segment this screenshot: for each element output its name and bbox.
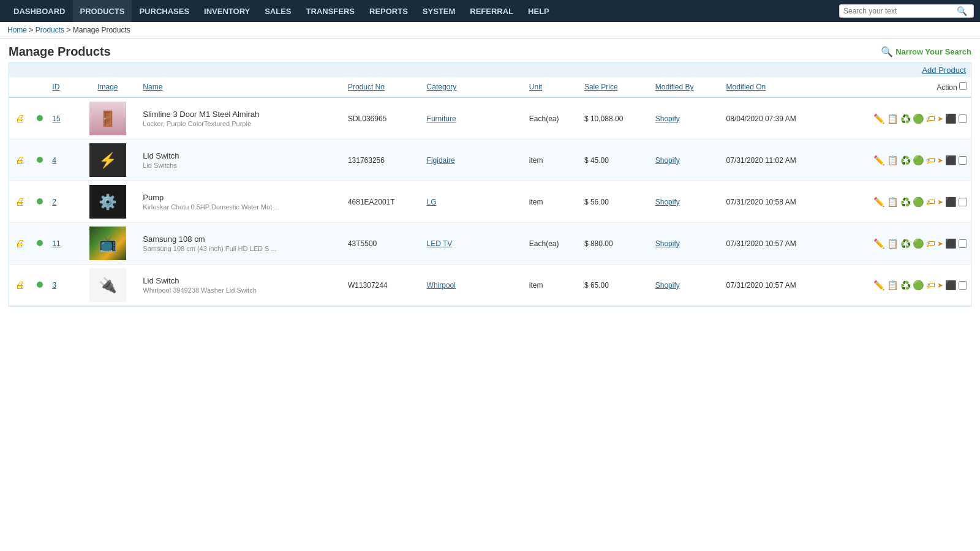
recycle-icon[interactable]: ♻️ bbox=[900, 239, 911, 249]
col-sale-price[interactable]: Sale Price bbox=[581, 77, 652, 97]
row-status-dot bbox=[31, 97, 48, 140]
row-category[interactable]: Furniture bbox=[423, 97, 526, 140]
row-checkbox[interactable] bbox=[959, 114, 967, 123]
nav-products[interactable]: PRODUCTS bbox=[73, 0, 132, 22]
nav-transfers[interactable]: TRANSFERS bbox=[299, 0, 362, 22]
row-unit: item bbox=[526, 140, 581, 181]
transfer-icon[interactable]: ➤ bbox=[937, 198, 943, 206]
recycle-icon[interactable]: ♻️ bbox=[900, 156, 911, 165]
edit-icon[interactable]: ✏️ bbox=[873, 238, 885, 249]
copy-icon[interactable]: 📋 bbox=[887, 197, 899, 208]
row-product-no: 131763256 bbox=[344, 140, 423, 181]
row-sale-price: $ 880.00 bbox=[581, 223, 652, 264]
nav-purchases[interactable]: PURCHASES bbox=[132, 0, 197, 22]
row-print-icon[interactable]: 🖨 bbox=[9, 97, 31, 140]
transfer-icon[interactable]: ➤ bbox=[937, 281, 943, 290]
breadcrumb-products[interactable]: Products bbox=[36, 26, 64, 34]
row-id[interactable]: 3 bbox=[48, 264, 76, 306]
nav-system[interactable]: SYSTEM bbox=[415, 0, 462, 22]
more-icon[interactable]: ⬛ bbox=[945, 113, 957, 124]
row-id[interactable]: 2 bbox=[48, 181, 76, 223]
narrow-search-label: Narrow Your Search bbox=[895, 47, 971, 56]
nav-sales[interactable]: SALES bbox=[257, 0, 298, 22]
select-all-checkbox[interactable] bbox=[959, 82, 967, 90]
row-sale-price: $ 10,088.00 bbox=[581, 97, 652, 140]
transfer-icon[interactable]: ➤ bbox=[937, 114, 943, 123]
col-print bbox=[9, 77, 31, 97]
activate-icon[interactable]: 🟢 bbox=[913, 197, 924, 208]
transfer-icon[interactable]: ➤ bbox=[937, 239, 943, 248]
more-icon[interactable]: ⬛ bbox=[945, 280, 957, 291]
search-icon: 🔍 bbox=[957, 6, 967, 16]
tag-icon[interactable]: 🏷 bbox=[926, 197, 935, 207]
col-category[interactable]: Category bbox=[423, 77, 526, 97]
more-icon[interactable]: ⬛ bbox=[945, 238, 957, 249]
page-header: Manage Products 🔍 Narrow Your Search bbox=[0, 39, 980, 62]
col-modified-on[interactable]: Modified On bbox=[723, 77, 841, 97]
more-icon[interactable]: ⬛ bbox=[945, 155, 957, 166]
tag-icon[interactable]: 🏷 bbox=[926, 238, 935, 249]
col-action: Action bbox=[841, 77, 971, 97]
edit-icon[interactable]: ✏️ bbox=[873, 280, 885, 291]
transfer-icon[interactable]: ➤ bbox=[937, 156, 943, 165]
row-unit: item bbox=[526, 181, 581, 223]
nav-help[interactable]: HELP bbox=[521, 0, 557, 22]
row-id[interactable]: 11 bbox=[48, 223, 76, 264]
recycle-icon[interactable]: ♻️ bbox=[900, 114, 911, 124]
copy-icon[interactable]: 📋 bbox=[887, 238, 899, 249]
nav-reports[interactable]: REPORTS bbox=[362, 0, 415, 22]
row-checkbox[interactable] bbox=[959, 198, 967, 206]
nav-referral[interactable]: REFERRAL bbox=[462, 0, 521, 22]
col-unit[interactable]: Unit bbox=[526, 77, 581, 97]
breadcrumb-home[interactable]: Home bbox=[7, 26, 27, 34]
recycle-icon[interactable]: ♻️ bbox=[900, 197, 911, 207]
narrow-your-search-button[interactable]: 🔍 Narrow Your Search bbox=[881, 46, 971, 58]
row-print-icon[interactable]: 🖨 bbox=[9, 181, 31, 223]
col-id[interactable]: ID bbox=[48, 77, 76, 97]
row-modified-by[interactable]: Shopify bbox=[652, 181, 723, 223]
activate-icon[interactable]: 🟢 bbox=[913, 113, 924, 124]
row-actions: ✏️ 📋 ♻️ 🟢 🏷 ➤ ⬛ bbox=[841, 140, 971, 181]
copy-icon[interactable]: 📋 bbox=[887, 280, 899, 291]
edit-icon[interactable]: ✏️ bbox=[873, 197, 885, 208]
row-print-icon[interactable]: 🖨 bbox=[9, 223, 31, 264]
nav-dashboard[interactable]: DASHBOARD bbox=[6, 0, 73, 22]
activate-icon[interactable]: 🟢 bbox=[913, 238, 924, 249]
row-category[interactable]: Whirpool bbox=[423, 264, 526, 306]
copy-icon[interactable]: 📋 bbox=[887, 155, 899, 166]
row-status-dot bbox=[31, 181, 48, 223]
tag-icon[interactable]: 🏷 bbox=[926, 113, 935, 124]
row-category[interactable]: LG bbox=[423, 181, 526, 223]
activate-icon[interactable]: 🟢 bbox=[913, 155, 924, 166]
row-id[interactable]: 4 bbox=[48, 140, 76, 181]
row-modified-by[interactable]: Shopify bbox=[652, 140, 723, 181]
tag-icon[interactable]: 🏷 bbox=[926, 280, 935, 290]
row-category[interactable]: LED TV bbox=[423, 223, 526, 264]
copy-icon[interactable]: 📋 bbox=[887, 113, 899, 124]
row-modified-by[interactable]: Shopify bbox=[652, 223, 723, 264]
row-modified-on: 07/31/2020 10:57 AM bbox=[723, 264, 841, 306]
row-checkbox[interactable] bbox=[959, 281, 967, 290]
col-image[interactable]: Image bbox=[76, 77, 139, 97]
more-icon[interactable]: ⬛ bbox=[945, 197, 957, 208]
row-checkbox[interactable] bbox=[959, 156, 967, 165]
edit-icon[interactable]: ✏️ bbox=[873, 113, 885, 124]
global-search-input[interactable] bbox=[843, 7, 957, 15]
row-checkbox[interactable] bbox=[959, 239, 967, 248]
tag-icon[interactable]: 🏷 bbox=[926, 155, 935, 165]
col-modified-by[interactable]: Modified By bbox=[652, 77, 723, 97]
col-product-no[interactable]: Product No bbox=[344, 77, 423, 97]
activate-icon[interactable]: 🟢 bbox=[913, 280, 924, 291]
edit-icon[interactable]: ✏️ bbox=[873, 155, 885, 166]
nav-inventory[interactable]: INVENTORY bbox=[197, 0, 257, 22]
row-print-icon[interactable]: 🖨 bbox=[9, 264, 31, 306]
add-product-link[interactable]: Add Product bbox=[922, 66, 966, 75]
row-sale-price: $ 65.00 bbox=[581, 264, 652, 306]
recycle-icon[interactable]: ♻️ bbox=[900, 280, 911, 290]
row-modified-by[interactable]: Shopify bbox=[652, 97, 723, 140]
row-print-icon[interactable]: 🖨 bbox=[9, 140, 31, 181]
row-modified-by[interactable]: Shopify bbox=[652, 264, 723, 306]
col-name[interactable]: Name bbox=[139, 77, 344, 97]
row-id[interactable]: 15 bbox=[48, 97, 76, 140]
row-category[interactable]: Figidaire bbox=[423, 140, 526, 181]
